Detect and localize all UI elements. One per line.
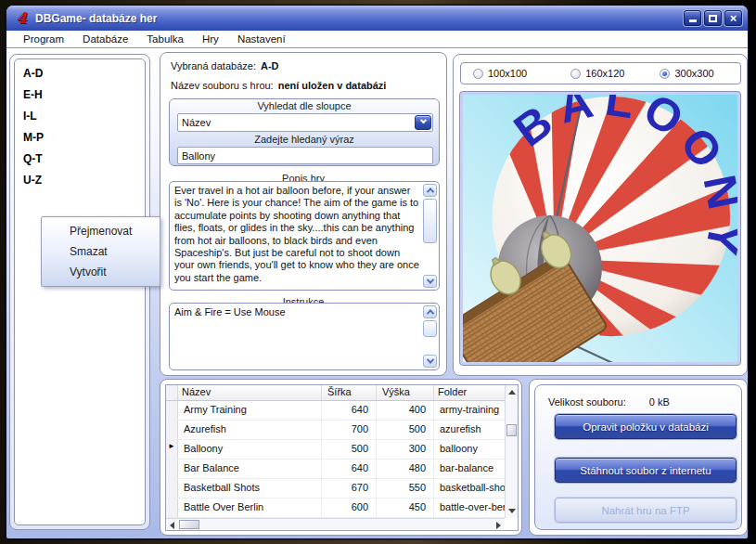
row-indicator (166, 440, 178, 459)
menu-item[interactable]: Hry (193, 32, 228, 46)
chevron-up-icon (426, 188, 433, 195)
table-row[interactable]: Army Training 640 400 army-training (166, 401, 518, 421)
cell-width: 600 (322, 499, 377, 517)
menu-item[interactable]: Nastavení (228, 32, 295, 46)
selected-database-value: A-D (261, 60, 279, 71)
scroll-up-icon[interactable] (508, 390, 516, 395)
titlebar[interactable]: 4 DBGame- databáze her × (6, 6, 748, 31)
balloon-illustration: BALOONY (463, 95, 737, 362)
database-listbox[interactable]: A-DE-HI-LM-PQ-TU-Z (14, 58, 146, 525)
scroll-right-icon[interactable] (496, 522, 501, 529)
action-button[interactable]: Stáhnout soubor z internetu (555, 458, 737, 483)
instructions-text: Aim & Fire = Use Mouse (174, 306, 420, 367)
file-size-line: Velikost souboru: 0 kB (548, 396, 670, 408)
table-row[interactable]: Bar Balance 640 480 bar-balance (166, 460, 518, 479)
scroll-left-icon[interactable] (170, 522, 174, 529)
cell-height: 400 (377, 401, 434, 420)
table-row[interactable]: Azurefish 700 500 azurefish (166, 421, 518, 440)
menu-item[interactable]: Databáze (73, 32, 137, 46)
column-header-width[interactable]: Šířka (322, 385, 377, 400)
sidebar-item[interactable]: A-D (15, 63, 145, 84)
file-actions-panel: Velikost souboru: 0 kB Opravit položku v… (529, 379, 748, 536)
cell-width: 640 (322, 401, 377, 420)
game-preview-image: BALOONY (459, 91, 741, 366)
row-indicator (166, 499, 178, 517)
menu-item[interactable]: Tabulka (137, 32, 193, 46)
combo-value: Název (178, 117, 415, 128)
sidebar-item[interactable]: E-H (15, 84, 145, 106)
maximize-button[interactable] (704, 10, 722, 26)
scroll-up-button[interactable] (423, 184, 437, 197)
description-textbox[interactable]: Ever travel in a hot air balloon before,… (169, 181, 440, 291)
search-column-label: Vyhledat dle sloupce (170, 100, 439, 111)
menubar: ProgramDatabázeTabulkaHryNastavení (6, 31, 748, 48)
scroll-down-button[interactable] (423, 355, 437, 368)
table-row[interactable]: Balloony 500 300 balloony (166, 440, 518, 460)
scrollbar-thumb[interactable] (423, 199, 437, 243)
app-icon: 4 (14, 11, 29, 26)
table-vertical-scrollbar[interactable] (505, 385, 518, 518)
action-button[interactable]: Nahrát hru na FTP (555, 498, 737, 523)
scrollbar-thumb[interactable] (423, 320, 437, 337)
window-controls: × (684, 10, 742, 26)
context-menu-item[interactable]: Přejmenovat (42, 221, 160, 241)
sidebar-item[interactable]: I-L (15, 106, 145, 127)
cell-name: Azurefish (178, 421, 322, 439)
table-horizontal-scrollbar[interactable] (166, 518, 505, 530)
radio-label: 160x120 (585, 68, 624, 79)
cell-name: Battle Over Berlin (178, 499, 322, 517)
column-header-height[interactable]: Výška (377, 385, 434, 400)
selected-database-label: Vybraná databáze: (171, 60, 256, 71)
sidebar-item[interactable]: U-Z (15, 170, 145, 191)
chevron-down-icon (419, 117, 426, 123)
close-button[interactable]: × (724, 10, 742, 26)
client-area: A-DE-HI-LM-PQ-TU-Z PřejmenovatSmazatVytv… (6, 48, 748, 538)
cell-name: Basketball Shots (178, 479, 322, 498)
size-radio-option[interactable]: 160x120 (570, 68, 624, 79)
radio-label: 300x300 (674, 68, 713, 79)
sidebar-item[interactable]: Q-T (15, 149, 145, 170)
search-term-input[interactable] (177, 147, 433, 164)
context-menu-item[interactable]: Vytvořit (42, 262, 160, 282)
row-indicator (166, 460, 178, 478)
menu-item[interactable]: Program (14, 32, 73, 46)
game-file-line: Název souboru s hrou:není uložen v datab… (171, 80, 386, 91)
selected-database-line: Vybraná databáze:A-D (171, 60, 279, 71)
minimize-button[interactable] (684, 10, 701, 26)
cell-height: 550 (377, 479, 434, 498)
description-text: Ever travel in a hot air balloon before,… (174, 185, 420, 287)
scroll-up-button[interactable] (423, 305, 437, 318)
search-term-label: Zadejte hledaný výraz (170, 134, 439, 145)
action-button[interactable]: Opravit položku v databázi (555, 414, 737, 439)
size-radio-option[interactable]: 300x300 (660, 68, 713, 79)
game-file-label: Název souboru s hrou: (171, 80, 274, 91)
cell-height: 500 (377, 421, 434, 439)
table-row[interactable]: Battle Over Berlin 600 450 battle-over-b… (166, 499, 518, 518)
radio-label: 100x100 (488, 68, 527, 79)
window-title: DBGame- databáze her (35, 12, 684, 25)
table-row[interactable]: Basketball Shots 670 550 basketball-shot… (166, 479, 518, 499)
cell-name: Balloony (178, 440, 322, 459)
combo-dropdown-button[interactable] (415, 115, 431, 130)
cell-height: 300 (377, 440, 434, 459)
size-radio-option[interactable]: 100x100 (473, 68, 527, 79)
search-column-combo[interactable]: Název (177, 113, 433, 132)
chevron-down-icon (426, 276, 433, 283)
scrollbar-thumb[interactable] (506, 424, 517, 436)
preview-panel: 100x100 160x120 300x300 (453, 54, 748, 376)
context-menu-item[interactable]: Smazat (42, 241, 160, 262)
cell-name: Army Training (178, 401, 322, 420)
scrollbar-thumb[interactable] (179, 520, 199, 529)
cell-width: 640 (322, 460, 377, 478)
scroll-down-button[interactable] (423, 275, 437, 288)
column-header-name[interactable]: Název (178, 385, 322, 400)
game-detail-panel: Vybraná databáze:A-D Název souboru s hro… (160, 52, 447, 376)
file-size-label: Velikost souboru: (548, 396, 626, 408)
instructions-textbox[interactable]: Aim & Fire = Use Mouse (169, 303, 440, 370)
minimize-icon (689, 19, 697, 22)
scroll-down-icon[interactable] (508, 509, 516, 513)
sidebar-item[interactable]: M-P (15, 127, 145, 149)
row-indicator (166, 401, 178, 420)
cell-name: Bar Balance (178, 460, 322, 478)
context-menu: PřejmenovatSmazatVytvořit (41, 216, 160, 287)
